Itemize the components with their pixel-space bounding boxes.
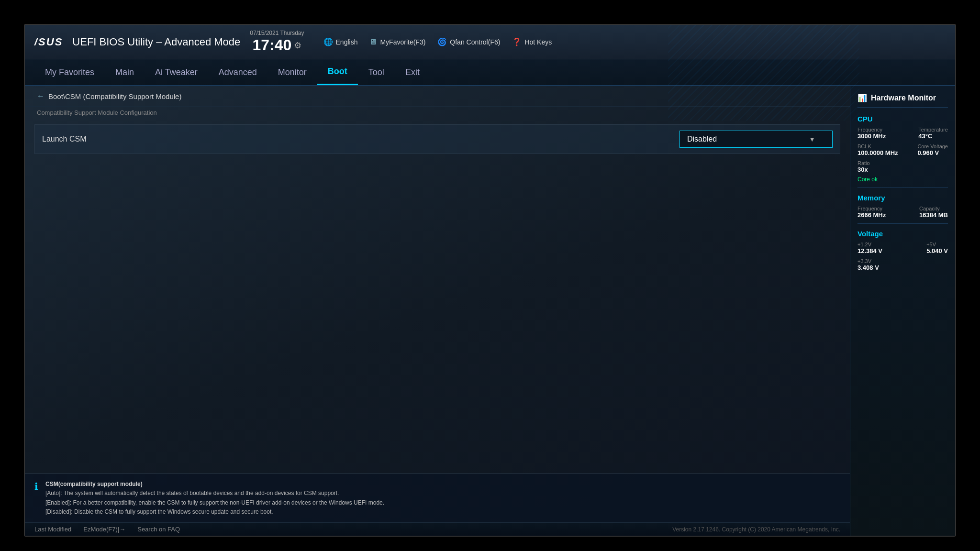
v5-col: +5V 5.040 V (926, 242, 948, 254)
v5-label: +5V (926, 242, 948, 247)
settings-area: Launch CSM Disabled ▼ (25, 122, 850, 474)
footer-left: Last Modified EzMode(F7)|→ Search on FAQ (34, 526, 180, 533)
voltage-12-5-row: +1.2V 12.384 V +5V 5.040 V (858, 242, 948, 254)
launch-csm-row: Launch CSM Disabled ▼ (34, 124, 840, 154)
info-box: ℹ CSM(compatibility support module) [Aut… (25, 474, 850, 522)
version-text: Version 2.17.1246. Copyright (C) 2020 Am… (672, 526, 840, 533)
core-voltage-col: Core Voltage 0.960 V (917, 143, 948, 156)
bclk-col: BCLK 100.0000 MHz (858, 143, 898, 156)
cpu-temp-label: Temperature (918, 127, 948, 132)
time-display: 17:40 ⚙ (252, 36, 301, 54)
content-area: ← Boot\CSM (Compatibility Support Module… (25, 86, 955, 536)
launch-csm-dropdown[interactable]: Disabled ▼ (679, 131, 833, 148)
info-title: CSM(compatibility support module) (45, 481, 143, 487)
language-tool[interactable]: 🌐 English (323, 37, 358, 46)
memory-section-title: Memory (858, 194, 948, 202)
hotkeys-tool[interactable]: ❓ Hot Keys (512, 37, 552, 46)
monitor-icon: 🖥 (369, 38, 377, 46)
ratio-label: Ratio (858, 160, 948, 166)
dropdown-arrow-icon: ▼ (809, 135, 815, 143)
launch-csm-value: Disabled ▼ (679, 131, 833, 148)
breadcrumb-text: Boot\CSM (Compatibility Support Module) (48, 92, 181, 100)
nav-ai-tweaker[interactable]: Ai Tweaker (145, 60, 208, 85)
memory-row: Frequency 2666 MHz Capacity 16384 MB (858, 206, 948, 219)
core-voltage-label: Core Voltage (917, 143, 948, 149)
v12-value: 12.384 V (858, 247, 882, 254)
header-tools: 🌐 English 🖥 MyFavorite(F3) 🌀 Qfan Contro… (323, 37, 552, 46)
dropdown-selected-value: Disabled (687, 135, 717, 143)
memory-voltage-divider (858, 223, 948, 224)
logo-area: /SUS UEFI BIOS Utility – Advanced Mode (34, 36, 240, 48)
cpu-frequency-col: Frequency 3000 MHz (858, 127, 886, 140)
mem-frequency-label: Frequency (858, 206, 886, 211)
bclk-label: BCLK (858, 143, 898, 149)
datetime-area: 07/15/2021 Thursday 17:40 ⚙ (250, 30, 304, 54)
date-display: 07/15/2021 Thursday (250, 30, 304, 36)
core-status: Core ok (858, 176, 948, 183)
footer-bar: Last Modified EzMode(F7)|→ Search on FAQ… (25, 522, 850, 536)
bios-title: UEFI BIOS Utility – Advanced Mode (72, 36, 240, 48)
info-text-area: CSM(compatibility support module) [Auto]… (45, 480, 384, 517)
nav-advanced[interactable]: Advanced (208, 60, 267, 85)
header-left: /SUS UEFI BIOS Utility – Advanced Mode (34, 36, 240, 48)
voltage-section-title: Voltage (858, 230, 948, 238)
info-line-3: [Disabled]: Disable the CSM to fully sup… (45, 508, 273, 515)
nav-tool[interactable]: Tool (358, 60, 395, 85)
search-faq-button[interactable]: Search on FAQ (137, 526, 180, 533)
cpu-frequency-value: 3000 MHz (858, 132, 886, 140)
favorites-label: MyFavorite(F3) (380, 38, 425, 46)
v12-label: +1.2V (858, 242, 882, 247)
hw-monitor-title: 📊 Hardware Monitor (858, 93, 948, 108)
mem-capacity-col: Capacity 16384 MB (919, 206, 948, 219)
header-bar: /SUS UEFI BIOS Utility – Advanced Mode 0… (25, 25, 955, 59)
mem-capacity-label: Capacity (919, 206, 948, 211)
help-icon: ❓ (512, 37, 522, 46)
mem-frequency-col: Frequency 2666 MHz (858, 206, 886, 219)
info-line-1: [Auto]: The system will automatically de… (45, 490, 339, 496)
globe-icon: 🌐 (323, 37, 333, 46)
bios-screen: /SUS UEFI BIOS Utility – Advanced Mode 0… (24, 24, 956, 537)
hw-monitor-icon: 📊 (858, 93, 867, 102)
settings-gear-icon[interactable]: ⚙ (294, 40, 301, 51)
qfan-tool[interactable]: 🌀 Qfan Control(F6) (437, 37, 500, 46)
fan-icon: 🌀 (437, 37, 447, 46)
cpu-memory-divider (858, 187, 948, 188)
nav-main[interactable]: Main (105, 60, 145, 85)
cpu-bclk-voltage-row: BCLK 100.0000 MHz Core Voltage 0.960 V (858, 143, 948, 156)
ez-mode-button[interactable]: EzMode(F7)|→ (83, 526, 125, 533)
launch-csm-label: Launch CSM (42, 135, 679, 143)
favorites-tool[interactable]: 🖥 MyFavorite(F3) (369, 38, 425, 46)
ratio-row: Ratio 30x (858, 160, 948, 173)
v33-row: +3.3V 3.408 V (858, 258, 948, 271)
nav-boot[interactable]: Boot (317, 59, 358, 85)
back-arrow-icon[interactable]: ← (37, 92, 45, 100)
hotkeys-label: Hot Keys (524, 38, 552, 46)
cpu-frequency-label: Frequency (858, 127, 886, 132)
nav-my-favorites[interactable]: My Favorites (34, 60, 105, 85)
cpu-section-title: CPU (858, 115, 948, 123)
main-content: ← Boot\CSM (Compatibility Support Module… (25, 86, 850, 536)
info-line-2: [Enabled]: For a better compatibility, e… (45, 499, 384, 506)
v5-value: 5.040 V (926, 247, 948, 254)
last-modified-button[interactable]: Last Modified (34, 526, 71, 533)
time-text: 17:40 (252, 36, 291, 54)
cpu-freq-temp-row: Frequency 3000 MHz Temperature 43°C (858, 127, 948, 140)
info-icon: ℹ (34, 481, 38, 492)
bclk-value: 100.0000 MHz (858, 149, 898, 156)
ratio-value: 30x (858, 166, 948, 173)
core-voltage-value: 0.960 V (917, 149, 948, 156)
nav-exit[interactable]: Exit (395, 60, 430, 85)
cpu-temp-value: 43°C (918, 132, 948, 140)
mem-frequency-value: 2666 MHz (858, 211, 886, 219)
page-subtitle: Compatibility Support Module Configurati… (25, 107, 850, 122)
nav-monitor[interactable]: Monitor (267, 60, 317, 85)
asus-logo: /SUS (34, 36, 63, 48)
mem-capacity-value: 16384 MB (919, 211, 948, 219)
nav-bar: My Favorites Main Ai Tweaker Advanced Mo… (25, 59, 955, 86)
breadcrumb: ← Boot\CSM (Compatibility Support Module… (25, 86, 850, 107)
cpu-temp-col: Temperature 43°C (918, 127, 948, 140)
v33-label: +3.3V (858, 258, 948, 264)
v12-col: +1.2V 12.384 V (858, 242, 882, 254)
hardware-monitor-panel: 📊 Hardware Monitor CPU Frequency 3000 MH… (850, 86, 955, 536)
v33-value: 3.408 V (858, 264, 948, 271)
